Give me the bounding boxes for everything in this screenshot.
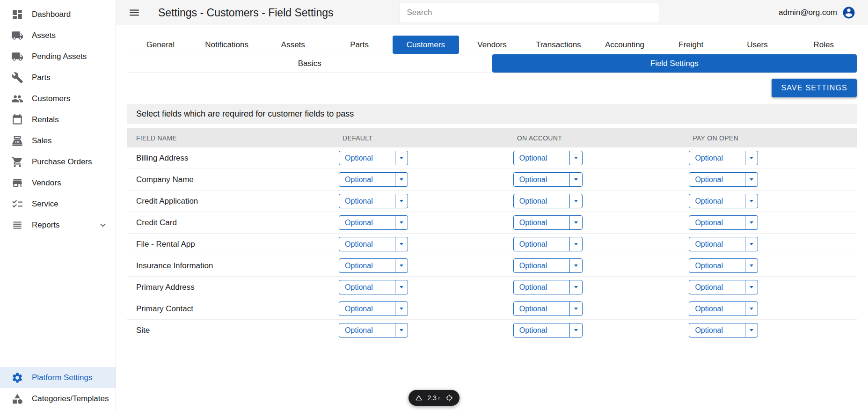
chevron-down-icon [569,259,582,272]
section-title: Select fields which are required for cus… [127,104,857,124]
on-account-dropdown[interactable]: Optional [513,323,583,338]
pay-on-open-dropdown[interactable]: Optional [689,215,758,230]
chevron-down-icon [745,173,758,186]
pay-on-open-dropdown[interactable]: Optional [689,172,758,187]
sidebar-item-assets[interactable]: Assets [0,25,116,46]
sidebar-item-categories-templates[interactable]: Categories/Templates [0,388,116,409]
menu-button[interactable] [128,7,140,19]
chevron-down-icon [569,280,582,294]
default-dropdown[interactable]: Optional [339,258,408,273]
sidebar-item-sales[interactable]: Sales [0,130,116,151]
dropdown-value: Optional [689,176,745,184]
sidebar-item-reports[interactable]: Reports [0,214,116,235]
tab-general[interactable]: General [127,36,194,54]
chevron-down-icon [745,323,758,337]
save-settings-button[interactable]: SAVE SETTINGS [772,79,857,97]
tab-assets[interactable]: Assets [260,36,326,54]
chevron-down-icon [569,216,582,229]
pay-on-open-dropdown[interactable]: Optional [689,151,758,165]
chevron-down-icon [569,302,582,316]
chevron-down-icon [745,259,758,272]
tab-parts[interactable]: Parts [326,36,393,54]
dropdown-value: Optional [689,326,745,335]
default-dropdown[interactable]: Optional [339,215,408,230]
pay-on-open-dropdown[interactable]: Optional [689,280,758,294]
pay-on-open-dropdown[interactable]: Optional [689,301,758,316]
default-dropdown[interactable]: Optional [339,323,408,338]
on-account-dropdown[interactable]: Optional [513,258,583,273]
tab-notifications[interactable]: Notifications [194,36,260,54]
tab-customers[interactable]: Customers [393,36,459,54]
table-row: Primary Address Optional Optional Option… [127,277,857,298]
field-name: Primary Address [127,283,339,292]
pay-on-open-dropdown[interactable]: Optional [689,237,758,251]
triangle-outline-icon[interactable] [415,394,423,402]
dropdown-value: Optional [339,219,395,227]
account-circle-icon[interactable] [842,6,856,20]
default-dropdown[interactable]: Optional [339,237,408,251]
chevron-down-icon [745,280,758,294]
sidebar-item-label: Vendors [32,178,61,188]
on-account-dropdown[interactable]: Optional [513,151,583,165]
tab-transactions[interactable]: Transactions [525,36,591,54]
target-icon[interactable] [445,394,453,402]
default-dropdown[interactable]: Optional [339,280,408,294]
sidebar-item-vendors[interactable]: Vendors [0,172,116,193]
column-on-account: ON ACCOUNT [513,134,689,142]
sidebar-item-service[interactable]: Service [0,193,116,214]
default-dropdown[interactable]: Optional [339,301,408,316]
tab-roles[interactable]: Roles [790,36,857,54]
chevron-down-icon [569,194,582,208]
tab-label: Users [747,40,767,50]
tab-label: Notifications [205,40,248,50]
pay-on-open-dropdown[interactable]: Optional [689,323,758,338]
settings-content: General Notifications Assets Parts Custo… [116,25,868,411]
sidebar-item-rentals[interactable]: Rentals [0,109,116,130]
sidebar-item-platform-settings[interactable]: Platform Settings [0,367,116,388]
table-row: Site Optional Optional Optional [127,320,857,341]
point-of-sale-icon [11,135,23,147]
sidebar-item-customers[interactable]: Customers [0,88,116,109]
settings-tabs: General Notifications Assets Parts Custo… [127,36,857,54]
on-account-dropdown[interactable]: Optional [513,172,583,187]
tab-accounting[interactable]: Accounting [591,36,658,54]
sidebar-item-parts[interactable]: Parts [0,67,116,88]
dropdown-value: Optional [514,219,569,227]
dropdown-value: Optional [514,305,569,313]
default-dropdown[interactable]: Optional [339,151,408,165]
tab-users[interactable]: Users [724,36,791,54]
sidebar-item-label: Categories/Templates [32,394,109,404]
subtab-label: Basics [298,59,321,68]
field-name: Insurance Information [127,261,339,271]
tab-freight[interactable]: Freight [658,36,724,54]
sidebar-item-dashboard[interactable]: Dashboard [0,4,116,25]
dropdown-value: Optional [689,305,745,313]
on-account-dropdown[interactable]: Optional [513,237,583,251]
field-name: File - Rental App [127,240,339,249]
on-account-dropdown[interactable]: Optional [513,215,583,230]
on-account-dropdown[interactable]: Optional [513,194,583,208]
default-dropdown[interactable]: Optional [339,194,408,208]
tab-vendors[interactable]: Vendors [459,36,525,54]
on-account-dropdown[interactable]: Optional [513,301,583,316]
on-account-dropdown[interactable]: Optional [513,280,583,294]
pay-on-open-dropdown[interactable]: Optional [689,194,758,208]
dropdown-value: Optional [339,305,395,313]
dropdown-value: Optional [689,283,745,292]
pay-on-open-dropdown[interactable]: Optional [689,258,758,273]
sidebar-item-purchase-orders[interactable]: Purchase Orders [0,151,116,172]
dropdown-value: Optional [339,262,395,270]
sidebar-item-label: Reports [32,220,60,230]
chevron-down-icon [395,216,408,229]
subtab-field-settings[interactable]: Field Settings [492,54,857,73]
dropdown-value: Optional [339,326,395,335]
dashboard-icon [11,8,23,21]
tab-label: Accounting [605,40,644,50]
sidebar-item-pending-assets[interactable]: Pending Assets [0,46,116,67]
search-input[interactable] [399,3,659,23]
chevron-down-icon [395,259,408,272]
sidebar-item-label: Platform Settings [32,373,92,382]
subtab-basics[interactable]: Basics [127,54,492,73]
default-dropdown[interactable]: Optional [339,172,408,187]
field-name: Billing Address [127,154,339,163]
